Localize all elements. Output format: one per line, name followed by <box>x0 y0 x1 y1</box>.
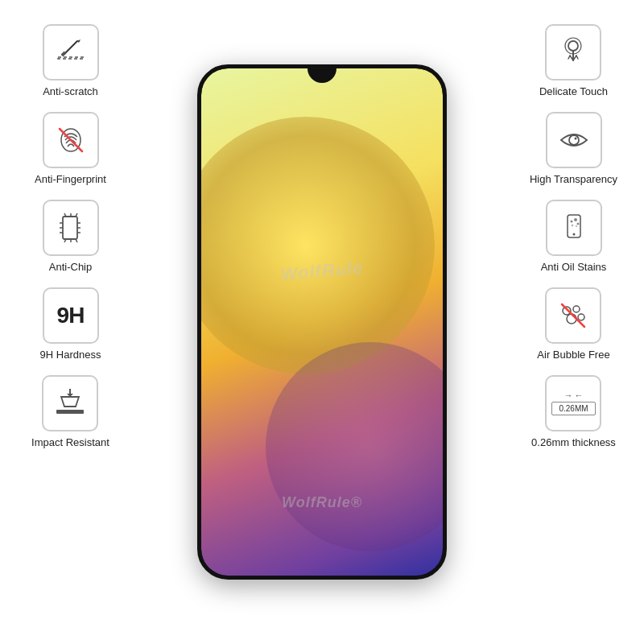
anti-fingerprint-label: Anti-Fingerprint <box>35 173 106 185</box>
phone-notch <box>308 68 336 83</box>
svg-point-31 <box>574 138 576 140</box>
delicate-touch-label: Delicate Touch <box>539 85 608 97</box>
anti-scratch-icon-box <box>43 24 99 80</box>
svg-line-29 <box>576 56 578 59</box>
anti-chip-label: Anti-Chip <box>49 261 92 273</box>
anti-chip-icon-box <box>43 200 99 256</box>
svg-point-33 <box>572 233 575 236</box>
fingerprint-icon <box>53 122 89 158</box>
impact-resistant-icon-box <box>42 375 98 431</box>
transparency-icon <box>556 122 592 158</box>
bubble-icon <box>555 298 591 333</box>
svg-point-38 <box>576 225 577 227</box>
watermark-bottom: WolfRule® <box>282 494 362 511</box>
svg-point-23 <box>568 41 578 51</box>
main-container: Anti-scratch Anti-Fingerprint <box>0 0 644 644</box>
svg-marker-20 <box>61 397 79 407</box>
feature-high-transparency: High Transparency <box>530 112 617 185</box>
left-features: Anti-scratch Anti-Fingerprint <box>8 24 133 448</box>
phone-screen: WolfRule WolfRule® <box>201 68 443 576</box>
svg-rect-6 <box>63 217 77 239</box>
thickness-icon-box: →← 0.26MM <box>545 375 601 431</box>
svg-point-30 <box>569 135 579 145</box>
thickness-value: 0.26MM <box>551 402 595 415</box>
svg-point-34 <box>570 221 572 223</box>
svg-point-36 <box>576 223 579 225</box>
feature-delicate-touch: Delicate Touch <box>539 24 608 97</box>
screen-circle-1 <box>201 117 435 374</box>
high-transparency-icon-box <box>546 112 602 168</box>
air-bubble-free-label: Air Bubble Free <box>537 349 609 361</box>
impact-icon <box>50 386 90 421</box>
anti-oil-label: Anti Oil Stains <box>541 261 607 273</box>
feature-anti-scratch: Anti-scratch <box>43 24 99 97</box>
feature-impact-resistant: Impact Resistant <box>31 375 109 448</box>
phone-outer: WolfRule WolfRule® <box>197 64 447 580</box>
svg-marker-2 <box>77 39 80 43</box>
svg-point-35 <box>574 218 577 221</box>
svg-point-40 <box>573 306 580 312</box>
svg-line-1 <box>64 41 77 54</box>
svg-line-9 <box>76 213 77 217</box>
svg-point-41 <box>567 314 576 324</box>
feature-air-bubble-free: Air Bubble Free <box>537 287 609 361</box>
chip-icon <box>53 210 89 246</box>
phone-mockup: WolfRule WolfRule® <box>197 64 447 580</box>
anti-scratch-label: Anti-scratch <box>43 85 98 97</box>
air-bubble-free-icon-box <box>545 287 601 344</box>
thickness-label: 0.26mm thickness <box>531 436 616 448</box>
scratch-icon <box>53 35 89 70</box>
thickness-arrows: →← <box>564 390 583 400</box>
feature-anti-oil: Anti Oil Stains <box>541 200 607 273</box>
feature-thickness: →← 0.26MM 0.26mm thickness <box>531 375 616 448</box>
9h-text-icon: 9H <box>57 303 85 328</box>
9h-hardness-label: 9H Hardness <box>40 349 101 361</box>
feature-9h-hardness: 9H 9H Hardness <box>40 287 101 361</box>
svg-rect-0 <box>58 57 84 59</box>
oil-icon <box>556 210 592 246</box>
impact-resistant-label: Impact Resistant <box>31 436 109 448</box>
svg-point-37 <box>571 225 572 226</box>
high-transparency-label: High Transparency <box>530 173 617 185</box>
feature-anti-fingerprint: Anti-Fingerprint <box>35 112 106 185</box>
feature-anti-chip: Anti-Chip <box>43 200 99 273</box>
svg-line-5 <box>60 129 82 151</box>
anti-oil-icon-box <box>546 200 602 256</box>
touch-icon <box>555 35 591 70</box>
9h-hardness-icon-box: 9H <box>43 287 99 344</box>
right-features: Delicate Touch High Transparency <box>511 24 636 448</box>
delicate-touch-icon-box <box>545 24 601 80</box>
anti-fingerprint-icon-box <box>43 112 99 168</box>
svg-rect-19 <box>56 410 84 414</box>
svg-line-18 <box>76 239 77 242</box>
svg-point-42 <box>578 314 584 320</box>
svg-line-28 <box>568 56 570 59</box>
